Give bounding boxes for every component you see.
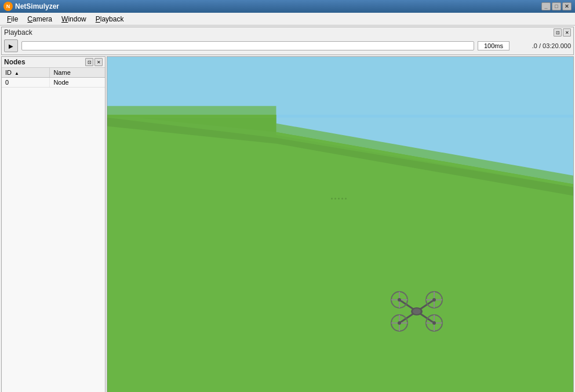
playback-panel: Playback ⊡ ✕ ▶ 100ms .0 / 03:20.000 xyxy=(1,27,574,55)
progress-bar[interactable] xyxy=(21,41,474,50)
playback-controls: ▶ 100ms .0 / 03:20.000 xyxy=(4,38,571,53)
menu-window[interactable]: Window xyxy=(57,14,91,24)
svg-point-27 xyxy=(432,321,436,325)
play-button[interactable]: ▶ xyxy=(4,39,18,52)
menu-camera[interactable]: Camera xyxy=(23,14,57,24)
nodes-panel-buttons: ⊡ ✕ xyxy=(85,58,103,66)
playback-window-buttons: ⊡ ✕ xyxy=(554,28,571,37)
minimize-button[interactable]: _ xyxy=(541,2,551,10)
playback-restore-button[interactable]: ⊡ xyxy=(554,28,562,37)
time-step-input[interactable]: 100ms xyxy=(478,41,510,50)
menu-file[interactable]: File xyxy=(2,14,23,24)
column-header-id[interactable]: ID ▲ xyxy=(2,68,50,78)
node-id-cell: 0 xyxy=(2,78,50,88)
svg-point-29 xyxy=(413,308,421,314)
title-bar-left: N NetSimulyzer xyxy=(3,2,59,11)
nodes-table-body: 0 Node xyxy=(2,78,105,88)
title-bar-controls: _ □ ✕ xyxy=(541,2,572,10)
nodes-table-header-row: ID ▲ Name xyxy=(2,68,105,78)
terrain xyxy=(107,57,573,392)
app-window: Playback ⊡ ✕ ▶ 100ms .0 / 03:20.000 Node… xyxy=(0,26,575,392)
terrain-dots xyxy=(331,198,347,199)
svg-rect-6 xyxy=(107,57,573,115)
menu-bar: File Camera Window Playback xyxy=(0,13,575,26)
content-area: Nodes ⊡ ✕ ID ▲ Name 0 Node xyxy=(1,56,574,392)
drone-model xyxy=(388,288,446,335)
app-title: NetSimulyzer xyxy=(15,2,59,10)
nodes-panel: Nodes ⊡ ✕ ID ▲ Name 0 Node xyxy=(1,56,105,392)
nodes-panel-label: Nodes xyxy=(4,58,26,66)
play-icon: ▶ xyxy=(9,43,13,49)
menu-playback[interactable]: Playback xyxy=(91,14,129,24)
column-header-name[interactable]: Name xyxy=(50,68,105,78)
app-icon: N xyxy=(3,2,13,11)
playback-panel-label: Playback xyxy=(4,28,32,37)
time-display: .0 / 03:20.000 xyxy=(513,42,571,49)
node-name-cell: Node xyxy=(50,78,105,88)
close-button[interactable]: ✕ xyxy=(562,2,572,10)
nodes-table: ID ▲ Name 0 Node xyxy=(2,68,105,88)
viewport-3d[interactable] xyxy=(107,56,574,392)
sort-asc-icon: ▲ xyxy=(14,71,19,76)
title-bar: N NetSimulyzer _ □ ✕ xyxy=(0,0,575,13)
table-row[interactable]: 0 Node xyxy=(2,78,105,88)
nodes-restore-button[interactable]: ⊡ xyxy=(85,58,93,66)
playback-close-button[interactable]: ✕ xyxy=(563,28,571,37)
nodes-title-bar: Nodes ⊡ ✕ xyxy=(2,57,105,68)
svg-point-15 xyxy=(398,298,401,302)
nodes-close-button[interactable]: ✕ xyxy=(94,58,103,66)
playback-title-bar: Playback ⊡ ✕ xyxy=(4,28,571,37)
svg-point-23 xyxy=(398,321,401,325)
maximize-button[interactable]: □ xyxy=(552,2,561,10)
svg-point-19 xyxy=(432,298,436,302)
